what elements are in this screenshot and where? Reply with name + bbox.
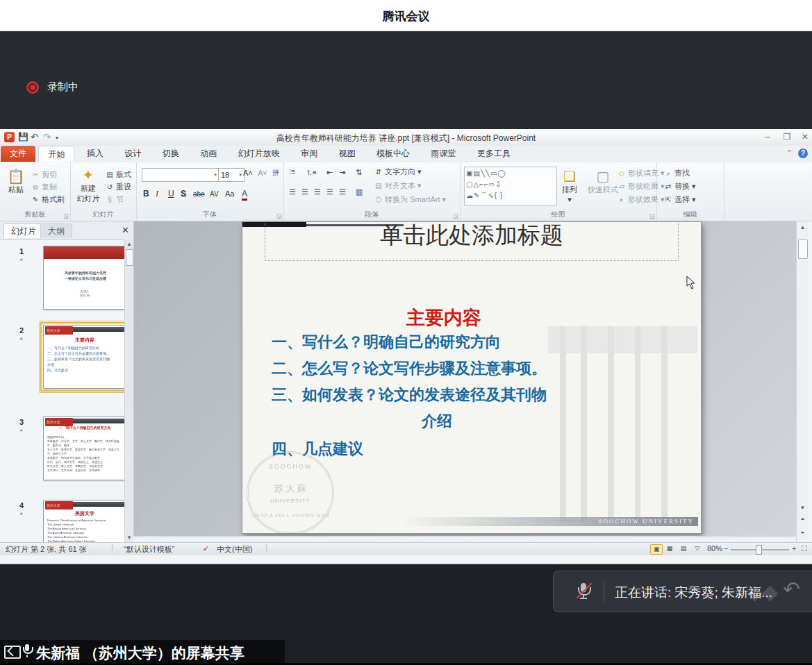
thumbnail-list[interactable]: 1 ✦ 高校青年教师科研能力培养 —兼谈论文写作与投稿步骤 主讲人 2022-0… — [0, 239, 125, 543]
zoom-out-icon[interactable]: − — [724, 544, 728, 553]
previous-slide-icon[interactable]: ⏶ — [797, 516, 809, 523]
thumbnail-2[interactable]: 苏州大学 主要内容 一、写什么？明确自己的研究方向 二、怎么写？论文写作步骤及注… — [43, 325, 125, 389]
change-case-button[interactable]: Aa — [225, 190, 234, 198]
fit-to-window-icon[interactable]: ⛶ — [802, 544, 807, 553]
tab-rain-classroom[interactable]: 雨课堂 — [422, 146, 465, 162]
scroll-up-icon[interactable]: ▲ — [125, 241, 133, 247]
tab-view[interactable]: 视图 — [330, 146, 365, 162]
quick-styles-button[interactable]: ▢ 快速样式 — [585, 168, 621, 195]
replace-button[interactable]: ⇄替换 ▾ — [663, 181, 696, 192]
vertical-scrollbar[interactable]: ▲ ▼ ⏶ ⏷ — [796, 221, 809, 542]
tab-design[interactable]: 设计 — [115, 146, 150, 162]
collapse-ribbon-icon[interactable]: ⌃ — [786, 149, 793, 157]
language-indicator[interactable]: 中文(中国) — [217, 544, 252, 555]
tab-outline[interactable]: 大纲 — [40, 224, 72, 238]
tab-slides-thumbnails[interactable]: 幻灯片 — [3, 224, 44, 238]
paste-button[interactable]: 📋 粘贴 — [4, 168, 28, 195]
tab-review[interactable]: 审阅 — [292, 146, 326, 162]
text-shadow-button[interactable]: S — [181, 189, 186, 199]
tab-home[interactable]: 开始 — [38, 146, 74, 162]
thumbnail-2-number: 2 — [10, 326, 24, 335]
font-size-combo[interactable]: 18▾ — [218, 168, 245, 182]
next-slide-icon[interactable]: ⏷ — [797, 530, 809, 537]
shrink-font-icon[interactable]: A˅ — [258, 169, 267, 177]
bold-button[interactable]: B — [143, 189, 149, 199]
text-direction-button[interactable]: ⇵文字方向 ▾ — [374, 167, 422, 177]
char-spacing-button[interactable]: AV — [210, 190, 219, 198]
theme-name[interactable]: “默认设计模板” — [124, 544, 174, 555]
clipboard-dialog-launcher-icon[interactable]: ◲ — [63, 213, 69, 219]
strikethrough-button[interactable]: abe — [193, 190, 205, 198]
zoom-percent[interactable]: 80% — [707, 544, 722, 553]
grow-font-icon[interactable]: A˄ — [243, 169, 253, 177]
reset-button[interactable]: ↺重设 — [105, 182, 131, 192]
reading-view-button[interactable]: ▤ — [678, 544, 689, 553]
zoom-in-icon[interactable]: + — [792, 544, 796, 553]
slide-footer-banner: SOOCHOW UNIVERSITY — [402, 517, 698, 526]
arrange-button[interactable]: ❏ 排列▾ — [557, 168, 582, 204]
tab-template-center[interactable]: 模板中心 — [367, 146, 419, 162]
tab-file[interactable]: 文件 — [1, 146, 35, 162]
drawing-dialog-launcher-icon[interactable]: ◲ — [649, 213, 655, 219]
layout-button[interactable]: ▤版式 — [105, 169, 131, 180]
increase-indent-icon[interactable]: ⇥ — [339, 168, 345, 177]
shape-fill-icon: ◇ — [617, 169, 627, 177]
slideshow-view-button[interactable]: ▽ — [692, 544, 703, 553]
align-text-button[interactable]: ▤对齐文本 ▾ — [374, 180, 422, 191]
copy-button[interactable]: ⧉复制 — [31, 182, 57, 192]
text-direction-icon: ⇵ — [374, 168, 383, 176]
thumbnail-4[interactable]: 苏州大学 美国文学 Research Classifications of Am… — [43, 500, 125, 543]
decrease-indent-icon[interactable]: ⇤ — [326, 168, 333, 177]
line-spacing-icon[interactable]: ⇅ — [356, 168, 362, 177]
distribute-icon[interactable]: ☰ — [339, 187, 346, 196]
tab-transitions[interactable]: 切换 — [154, 146, 188, 162]
font-name-combo[interactable]: ▾ — [142, 168, 219, 182]
normal-view-button[interactable]: ▣ — [650, 544, 663, 555]
font-color-button[interactable]: A — [242, 189, 247, 201]
columns-icon[interactable]: ▥ — [356, 187, 363, 196]
select-button[interactable]: ⇱选择 ▾ — [663, 194, 696, 205]
find-button[interactable]: ⌕查找 — [663, 168, 690, 178]
restore-button[interactable]: ❐ — [778, 131, 796, 143]
align-left-icon[interactable]: ☰ — [289, 187, 296, 196]
align-center-icon[interactable]: ☰ — [301, 187, 308, 196]
format-painter-button[interactable]: ✎格式刷 — [31, 194, 65, 205]
slide-sorter-view-button[interactable]: ▦ — [664, 544, 675, 553]
tab-more-tools[interactable]: 更多工具 — [468, 146, 520, 162]
spell-check-icon[interactable]: ✓ — [203, 544, 209, 553]
ppt-titlebar[interactable]: P 💾 ↶ ↷ ▾ 高校青年教师科研能力培养 讲座.ppt [兼容模式] - M… — [0, 129, 812, 146]
minimize-button[interactable]: – — [759, 131, 777, 143]
italic-button[interactable]: I — [156, 189, 158, 199]
scrollbar-thumb[interactable] — [126, 249, 133, 266]
slide-editor[interactable]: 单击此处添加标题 主要内容 一、写什么？明确自己的研究方向 二、怎么写？论文写作… — [242, 221, 702, 534]
editing-canvas[interactable]: 单击此处添加标题 主要内容 一、写什么？明确自己的研究方向 二、怎么写？论文写作… — [133, 221, 796, 542]
cut-button[interactable]: ✂剪切 — [31, 169, 57, 180]
scroll-down-icon[interactable]: ▼ — [125, 534, 133, 541]
underline-button[interactable]: U — [168, 189, 174, 199]
scrollbar-thumb[interactable] — [798, 239, 808, 259]
bullets-icon[interactable]: ⁝≡ — [289, 168, 295, 176]
thumbnail-1[interactable]: 高校青年教师科研能力培养 —兼谈论文写作与投稿步骤 主讲人 2022-06 — [43, 246, 125, 310]
title-placeholder[interactable]: 单击此处添加标题 — [265, 221, 679, 261]
numbering-icon[interactable]: ⒈≡ — [306, 168, 317, 178]
paragraph-dialog-launcher-icon[interactable]: ◲ — [453, 213, 458, 219]
phonetic-guide-icon[interactable]: 拼 — [272, 168, 279, 178]
scroll-down-icon[interactable]: ▼ — [797, 505, 809, 511]
tab-animations[interactable]: 动画 — [191, 146, 226, 162]
close-button[interactable]: ✕ — [796, 131, 812, 143]
thumbnail-3[interactable]: 苏州大学 一、写什么？明确自己的研究方向 明确研究方向。 本科教学：语言学、文学… — [43, 416, 125, 480]
help-icon[interactable]: ? — [798, 149, 808, 158]
font-dialog-launcher-icon[interactable]: ◲ — [276, 213, 282, 219]
tab-insert[interactable]: 插入 — [78, 146, 113, 162]
tab-slideshow[interactable]: 幻灯片放映 — [229, 146, 289, 162]
smartart-button[interactable]: ⬡转换为 SmartArt ▾ — [374, 194, 446, 205]
zoom-slider-thumb[interactable] — [756, 545, 762, 555]
shapes-gallery[interactable]: ▣▤╲╲▭◯ ▢△⌐⌐⇨⇩ ☁✎⌒∿{ } — [464, 167, 557, 205]
align-right-icon[interactable]: ☰ — [314, 187, 321, 196]
section-button[interactable]: §节 — [105, 194, 124, 205]
scroll-up-icon[interactable]: ▲ — [797, 224, 809, 230]
justify-icon[interactable]: ☰ — [326, 187, 333, 196]
thumbnail-scrollbar[interactable]: ▲ ▼ — [124, 239, 133, 542]
new-slide-button[interactable]: ✦ 新建 幻灯片 — [73, 167, 103, 204]
close-panel-icon[interactable]: ✕ — [122, 225, 129, 235]
